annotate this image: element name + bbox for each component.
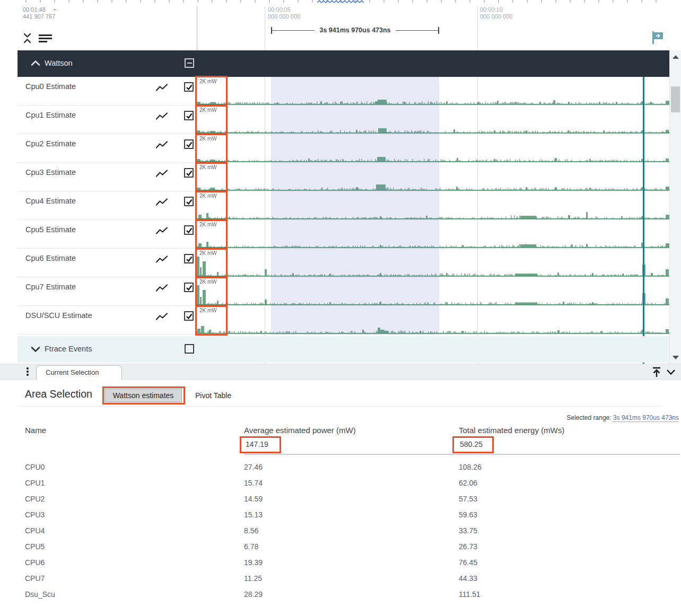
track-label: Cpu6 Estimate	[25, 254, 76, 262]
cell-name: CPU0	[25, 459, 45, 475]
timeline-cursor-line	[643, 77, 644, 364]
table-row: CPU0 27.46 108.26	[0, 459, 681, 475]
checkmark-icon	[186, 313, 193, 320]
column-header-name: Name	[25, 426, 46, 435]
track-checkbox-checked[interactable]	[184, 139, 194, 149]
track-checkbox-checked[interactable]	[184, 197, 194, 206]
track-label: Cpu5 Estimate	[25, 225, 76, 234]
tab-current-selection[interactable]: Current Selection	[36, 365, 122, 380]
track-label: Cpu4 Estimate	[25, 197, 76, 205]
track-checkbox-checked[interactable]	[184, 254, 194, 263]
cell-name: CPU6	[25, 555, 45, 570]
kebab-menu-icon[interactable]	[24, 367, 31, 377]
track-checkbox-checked[interactable]	[184, 311, 194, 321]
track-label: Cpu2 Estimate	[25, 139, 76, 148]
expand-panel-icon[interactable]	[651, 366, 662, 379]
cell-name: CPU3	[25, 507, 45, 523]
track-label: Cpu0 Estimate	[25, 82, 76, 91]
selection-duration-label: 3s 941ms 970us 473ns	[315, 27, 395, 34]
panel-title: Area Selection	[25, 388, 92, 400]
scroll-up-arrow[interactable]	[673, 55, 679, 59]
ruler-tick	[197, 6, 197, 50]
annotation-box-track-scale	[195, 162, 228, 192]
checkmark-icon	[186, 284, 193, 291]
checkmark-icon	[186, 170, 193, 177]
line-chart-icon[interactable]	[155, 284, 168, 293]
table-row: CPU1 15.74 62.06	[0, 475, 681, 491]
selected-range-link[interactable]: 3s 941ms 970us 473ns	[613, 414, 679, 421]
table-row: CPU7 11.25 44.33	[0, 570, 681, 586]
track-group-header-wattson[interactable]: Wattson	[18, 50, 669, 77]
details-panel-tabbar: Current Selection	[0, 364, 681, 380]
cell-name: CPU7	[25, 570, 45, 586]
cell-power: 6.78	[244, 539, 258, 555]
group-title: Ftrace Events	[45, 345, 92, 353]
track-label: DSU/SCU Estimate	[25, 311, 92, 320]
selection-duration-bracket: 3s 941ms 970us 473ns	[271, 27, 439, 34]
line-chart-icon[interactable]	[155, 312, 168, 321]
column-header-power: Average estimated power (mW)	[244, 426, 356, 435]
annotation-box-total-power	[240, 436, 281, 453]
table-row: CPU4 8.56 33.75	[0, 523, 681, 539]
annotation-box-track-scale	[195, 104, 228, 135]
track-group-header-ftrace[interactable]: Ftrace Events	[18, 336, 669, 363]
chevron-down-icon[interactable]	[30, 346, 41, 353]
selected-range-row: Selected range: 3s 941ms 970us 473ns	[567, 414, 679, 421]
table-row: CPU3 15.13 59.63	[0, 507, 681, 523]
group-checkbox-unchecked[interactable]	[185, 344, 194, 354]
table-row: CPU5 6.78 26.73	[0, 539, 681, 555]
cell-energy: 57.53	[459, 491, 477, 507]
checkmark-icon	[186, 84, 193, 91]
cell-energy: 59.63	[459, 507, 477, 523]
spellcheck-squiggle	[317, 0, 365, 4]
collapse-tracks-icon[interactable]	[22, 32, 32, 45]
line-chart-icon[interactable]	[155, 169, 168, 178]
track-checkbox-checked[interactable]	[184, 168, 194, 178]
checkmark-icon	[186, 112, 193, 119]
panel-divider	[20, 406, 661, 407]
plus-offset: +	[53, 6, 56, 13]
track-label: Cpu7 Estimate	[25, 283, 76, 291]
track-checkbox-checked[interactable]	[184, 225, 194, 235]
line-chart-icon[interactable]	[155, 198, 168, 207]
checkmark-icon	[186, 256, 193, 262]
tab-pivot-table[interactable]: Pivot Table	[195, 391, 231, 400]
grid-timestamp: 00:00:05000 000 000	[268, 6, 300, 20]
perfetto-trace-viewer: 00:01:48+ 441 907 767 00:00:05000 000 00…	[0, 0, 681, 616]
collapse-panel-chevron-icon[interactable]	[665, 367, 677, 377]
vertical-scrollbar[interactable]	[669, 50, 681, 364]
track-label: Cpu1 Estimate	[25, 111, 76, 119]
scroll-down-arrow[interactable]	[673, 356, 679, 359]
cell-name: Dsu_Scu	[25, 586, 55, 602]
cell-energy: 33.75	[459, 523, 477, 539]
line-chart-icon[interactable]	[155, 226, 168, 235]
line-chart-icon[interactable]	[155, 255, 168, 264]
line-chart-icon[interactable]	[155, 140, 168, 149]
scrollbar-thumb[interactable]	[671, 86, 680, 112]
estimates-table-body: CPU0 27.46 108.26 CPU1 15.74 62.06 CPU2 …	[0, 459, 681, 602]
table-row: CPU2 14.59 57.53	[0, 491, 681, 507]
track-checkbox-checked[interactable]	[184, 283, 194, 292]
sort-tracks-icon[interactable]	[38, 34, 53, 43]
line-chart-icon[interactable]	[155, 112, 168, 121]
group-checkbox-indeterminate[interactable]	[185, 58, 194, 68]
track-label: Cpu3 Estimate	[25, 168, 76, 177]
chevron-up-icon[interactable]	[30, 59, 41, 67]
cell-power: 28.29	[244, 586, 263, 602]
line-chart-icon[interactable]	[155, 83, 168, 92]
annotation-box-track-scale	[195, 133, 228, 164]
flag-icon[interactable]	[651, 30, 664, 45]
annotation-box-track-scale	[195, 248, 228, 278]
cell-power: 11.25	[244, 570, 262, 586]
cell-energy: 44.33	[459, 570, 477, 586]
annotation-box-track-scale	[195, 219, 228, 250]
cell-energy: 111.51	[459, 586, 481, 602]
cell-power: 14.59	[244, 491, 263, 507]
annotation-box-track-scale	[195, 76, 228, 107]
annotation-box-track-scale	[195, 305, 228, 336]
checkmark-icon	[186, 198, 193, 205]
track-checkbox-checked[interactable]	[184, 111, 194, 120]
track-checkbox-checked[interactable]	[184, 82, 194, 92]
annotation-box-track-scale	[195, 276, 228, 307]
area-selection-overlay[interactable]	[271, 77, 439, 335]
